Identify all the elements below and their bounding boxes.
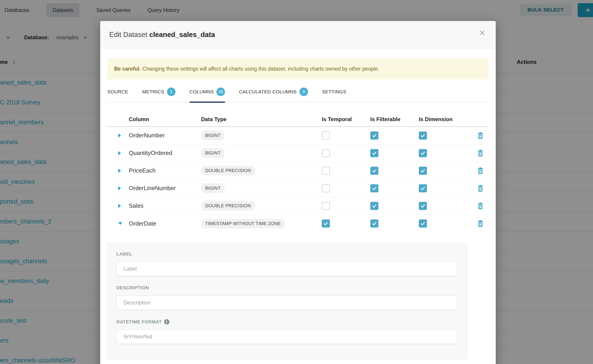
column-row: OrderNumberBIGINT — [107, 127, 488, 144]
description-input[interactable] — [116, 295, 457, 310]
is-filterable-checkbox[interactable] — [370, 184, 378, 192]
modal-title-prefix: Edit Dataset — [109, 31, 147, 39]
columns-table-rows: OrderNumberBIGINTQuantityOrderedBIGINTPr… — [107, 127, 488, 232]
is-dimension-checkbox[interactable] — [419, 131, 427, 140]
is-temporal-checkbox[interactable] — [322, 167, 330, 175]
trash-icon — [477, 185, 483, 192]
columns-table: Column Data Type Is Temporal Is Filterab… — [107, 112, 488, 232]
is-dimension-header: Is Dimension — [419, 116, 473, 123]
is-temporal-checkbox[interactable] — [322, 202, 330, 210]
column-detail-panel: LABEL DESCRIPTION DATETIME FORMAT i — [107, 243, 467, 360]
datetime-format-input[interactable] — [116, 330, 457, 344]
data-type-pill: BIGINT — [201, 148, 224, 158]
is-temporal-checkbox-cell — [322, 220, 370, 228]
is-dimension-checkbox[interactable] — [419, 184, 427, 192]
warning-bold: Be careful. — [114, 66, 141, 72]
is-filterable-checkbox-cell — [370, 131, 419, 140]
is-filterable-checkbox-cell — [370, 202, 419, 210]
is-filterable-checkbox-cell — [370, 167, 419, 175]
row-actions-cell — [473, 167, 488, 174]
column-name: Sales — [129, 202, 201, 209]
label-field-label: LABEL — [116, 252, 457, 257]
label-field-group: LABEL — [116, 252, 457, 276]
is-dimension-checkbox[interactable] — [419, 167, 427, 175]
is-temporal-checkbox[interactable] — [322, 220, 330, 228]
is-temporal-header: Is Temporal — [322, 116, 370, 123]
is-temporal-checkbox[interactable] — [322, 184, 330, 192]
column-header: Column — [129, 116, 201, 123]
tab-calculated-columns[interactable]: CALCULATED COLUMNS0 — [239, 87, 308, 103]
modal-title-dataset-name: cleaned_sales_data — [149, 31, 215, 39]
is-dimension-checkbox[interactable] — [419, 220, 427, 228]
is-filterable-checkbox[interactable] — [370, 220, 378, 228]
is-filterable-checkbox[interactable] — [370, 167, 378, 175]
delete-column-button[interactable] — [477, 220, 483, 227]
tab-count-badge: 1 — [167, 87, 176, 96]
data-type-cell: BIGINT — [201, 148, 322, 158]
column-row: PriceEachDOUBLE PRECISION — [107, 162, 488, 180]
tab-label: CALCULATED COLUMNS — [239, 89, 296, 95]
tab-settings[interactable]: SETTINGS — [322, 87, 346, 103]
tab-source[interactable]: SOURCE — [107, 87, 128, 103]
column-name: OrderLineNumber — [129, 185, 201, 192]
expand-caret-icon[interactable] — [118, 186, 121, 190]
is-dimension-checkbox-cell — [419, 220, 473, 228]
expand-caret-icon[interactable] — [118, 151, 121, 155]
is-filterable-checkbox[interactable] — [370, 202, 378, 210]
is-filterable-header: Is Filterable — [370, 116, 419, 123]
data-type-cell: BIGINT — [201, 130, 322, 140]
data-type-pill: TIMESTAMP WITHOUT TIME ZONE — [201, 219, 285, 228]
expand-caret-icon[interactable] — [118, 134, 121, 137]
delete-column-button[interactable] — [477, 167, 483, 174]
close-icon[interactable]: ✕ — [479, 29, 486, 37]
is-dimension-checkbox-cell — [419, 149, 473, 157]
expand-caret-icon[interactable] — [118, 169, 121, 173]
modal-tabs: SOURCEMETRICS1COLUMNS25CALCULATED COLUMN… — [107, 87, 488, 102]
label-input[interactable] — [116, 262, 457, 276]
is-filterable-checkbox[interactable] — [370, 131, 378, 140]
column-name: PriceEach — [129, 167, 201, 174]
tab-columns[interactable]: COLUMNS25 — [190, 87, 225, 103]
delete-column-button[interactable] — [477, 202, 483, 209]
info-icon[interactable]: i — [164, 319, 170, 325]
trash-icon — [477, 167, 483, 174]
data-type-header: Data Type — [201, 116, 322, 123]
expand-caret-icon[interactable] — [118, 204, 121, 208]
is-dimension-checkbox[interactable] — [419, 149, 427, 157]
is-temporal-checkbox[interactable] — [322, 131, 330, 140]
is-temporal-checkbox-cell — [322, 184, 370, 192]
column-name: QuantityOrdered — [129, 150, 201, 156]
is-dimension-checkbox-cell — [419, 167, 473, 175]
is-filterable-checkbox-cell — [370, 184, 419, 192]
data-type-pill: BIGINT — [201, 130, 224, 140]
description-field-group: DESCRIPTION — [116, 285, 457, 310]
datasets-page: DatabasesDatasetsSaved QueriesQuery Hist… — [0, 0, 593, 364]
collapse-caret-icon[interactable] — [118, 222, 122, 225]
row-actions-cell — [473, 202, 488, 209]
row-actions-cell — [473, 132, 488, 139]
tab-count-badge: 0 — [299, 87, 308, 96]
column-row: OrderLineNumberBIGINT — [107, 180, 488, 197]
row-actions-cell — [473, 220, 488, 227]
delete-column-button[interactable] — [477, 132, 483, 139]
column-row: SalesDOUBLE PRECISION — [107, 197, 488, 215]
column-name: OrderNumber — [129, 132, 201, 139]
trash-icon — [477, 150, 483, 156]
tab-label: COLUMNS — [190, 89, 214, 95]
is-dimension-checkbox-cell — [419, 131, 473, 140]
is-dimension-checkbox[interactable] — [419, 202, 427, 210]
description-field-label: DESCRIPTION — [116, 285, 457, 291]
data-type-pill: DOUBLE PRECISION — [201, 166, 255, 176]
column-name: OrderDate — [129, 220, 201, 227]
data-type-cell: BIGINT — [201, 183, 322, 193]
data-type-pill: DOUBLE PRECISION — [201, 201, 255, 211]
warning-banner: Be careful. Changing these settings will… — [107, 58, 488, 79]
edit-dataset-modal: Edit Dataset cleaned_sales_data ✕ Be car… — [100, 21, 496, 364]
is-temporal-checkbox[interactable] — [322, 149, 330, 157]
tab-metrics[interactable]: METRICS1 — [142, 87, 175, 103]
delete-column-button[interactable] — [477, 185, 483, 192]
is-filterable-checkbox[interactable] — [370, 149, 378, 157]
is-temporal-checkbox-cell — [322, 131, 370, 140]
delete-column-button[interactable] — [477, 150, 483, 156]
tab-label: METRICS — [142, 89, 164, 95]
